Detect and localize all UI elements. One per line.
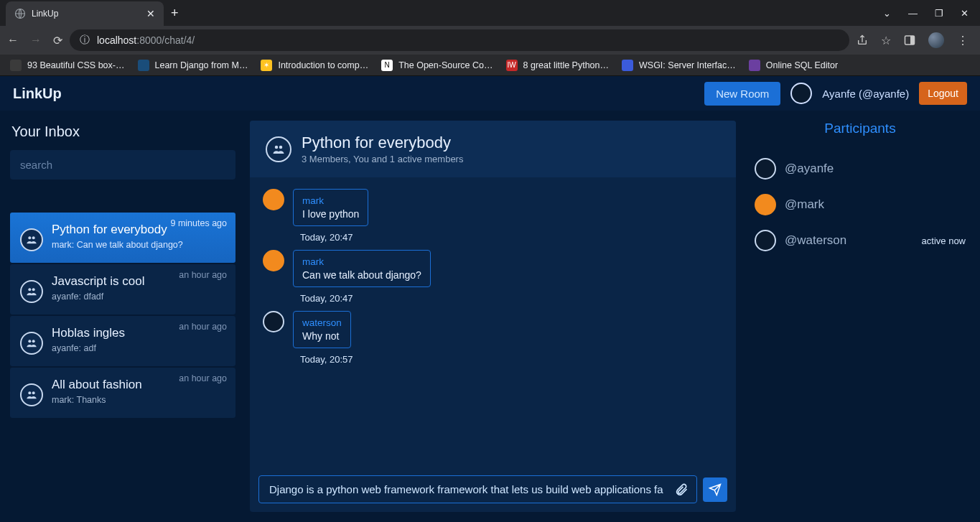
message-timestamp: Today, 20:57 xyxy=(300,354,723,365)
addrbar-actions: ☆ ⋮ xyxy=(857,32,973,48)
brand: LinkUp xyxy=(13,85,62,102)
message-text: I love python xyxy=(302,208,359,220)
participants-panel: Participants @ayanfe@mark@watersonactive… xyxy=(750,121,970,512)
message-text: Can we talk about django? xyxy=(302,269,421,281)
room-item[interactable]: All about fashionmark: Thanksan hour ago xyxy=(10,368,235,418)
forward-button[interactable]: → xyxy=(30,34,42,47)
room-item[interactable]: Hoblas inglesayanfe: adfan hour ago xyxy=(10,316,235,366)
search-input[interactable] xyxy=(10,150,235,180)
room-snippet: ayanfe: dfadf xyxy=(52,292,225,302)
message-author[interactable]: mark xyxy=(302,195,359,206)
page: LinkUp New Room Ayanfe (@ayanfe) Logout … xyxy=(0,76,980,522)
user-avatar[interactable] xyxy=(790,83,812,104)
send-button[interactable] xyxy=(703,477,727,502)
svg-point-10 xyxy=(32,391,35,394)
room-item[interactable]: Javascript is coolayanfe: dfadfan hour a… xyxy=(10,264,235,314)
message-list[interactable]: markI love pythonToday, 20:47markCan we … xyxy=(250,177,736,467)
room-time: an hour ago xyxy=(179,373,227,383)
room-item[interactable]: Python for everybodymark: Can we talk ab… xyxy=(10,213,235,263)
back-button[interactable]: ← xyxy=(7,34,19,47)
message-avatar[interactable] xyxy=(263,250,284,271)
bookmark-item[interactable]: IW8 great little Python… xyxy=(506,60,610,71)
svg-point-12 xyxy=(279,145,283,149)
room-time: an hour ago xyxy=(179,322,227,332)
participant-row[interactable]: @mark xyxy=(750,187,970,223)
tab-close-icon[interactable]: ✕ xyxy=(146,8,155,19)
nav-arrows: ← → ⟳ xyxy=(7,34,62,47)
browser-tab-strip: LinkUp ✕ + ⌄ ― ❐ ✕ xyxy=(0,0,980,26)
participant-avatar xyxy=(755,230,776,251)
profile-avatar[interactable] xyxy=(928,32,944,48)
minimize-button[interactable]: ― xyxy=(908,8,918,19)
bookmark-label: Online SQL Editor xyxy=(766,60,838,70)
room-snippet: ayanfe: adf xyxy=(52,343,225,353)
compose-input[interactable] xyxy=(258,475,697,503)
logout-button[interactable]: Logout xyxy=(919,82,967,105)
url-field[interactable]: ⓘ localhost:8000/chat/4/ xyxy=(70,29,849,51)
participant-handle: @mark xyxy=(785,197,966,212)
bookmark-label: 8 great little Python… xyxy=(523,60,610,70)
participant-handle: @waterson xyxy=(785,233,913,248)
group-icon xyxy=(20,383,43,406)
share-icon[interactable] xyxy=(857,34,868,46)
participant-handle: @ayanfe xyxy=(785,162,966,176)
window-controls: ⌄ ― ❐ ✕ xyxy=(883,8,980,19)
reload-button[interactable]: ⟳ xyxy=(53,34,62,47)
bookmark-star-icon[interactable]: ☆ xyxy=(881,34,891,47)
bookmark-favicon xyxy=(622,60,633,71)
chat-subtitle: 3 Members, You and 1 active members xyxy=(302,154,463,164)
bookmark-item[interactable]: Online SQL Editor xyxy=(749,60,838,71)
inbox-panel: Your Inbox Python for everybodymark: Can… xyxy=(10,121,235,512)
site-info-icon[interactable]: ⓘ xyxy=(80,34,90,47)
chat-header: Python for everybody 3 Members, You and … xyxy=(250,121,736,177)
chevron-down-icon[interactable]: ⌄ xyxy=(883,8,891,19)
group-icon xyxy=(266,136,291,162)
room-time: an hour ago xyxy=(179,270,227,280)
bookmark-item[interactable]: ✶Introduction to comp… xyxy=(261,60,368,71)
participants-list: @ayanfe@mark@watersonactive now xyxy=(750,151,970,258)
bookmark-favicon: IW xyxy=(506,60,518,71)
url-host: localhost xyxy=(97,34,136,46)
message-author[interactable]: waterson xyxy=(302,317,342,328)
bookmark-favicon xyxy=(10,60,22,71)
bookmark-item[interactable]: WSGI: Server Interfac… xyxy=(622,60,736,71)
attach-icon[interactable] xyxy=(674,483,689,497)
maximize-button[interactable]: ❐ xyxy=(935,8,943,19)
svg-point-6 xyxy=(32,288,35,291)
svg-point-5 xyxy=(28,288,31,291)
message-avatar[interactable] xyxy=(263,311,284,332)
bookmark-favicon xyxy=(749,60,760,71)
participant-status: active now xyxy=(922,236,966,246)
browser-tab[interactable]: LinkUp ✕ xyxy=(6,1,164,26)
bookmark-label: Introduction to comp… xyxy=(278,60,368,70)
participant-row[interactable]: @ayanfe xyxy=(750,151,970,187)
new-tab-button[interactable]: + xyxy=(164,6,186,21)
new-room-button[interactable]: New Room xyxy=(704,82,780,106)
bookmark-item[interactable]: Learn Django from M… xyxy=(138,60,248,71)
participant-avatar xyxy=(755,158,776,180)
room-time: 9 minutes ago xyxy=(170,218,227,228)
svg-point-7 xyxy=(28,340,31,342)
group-icon xyxy=(20,332,43,355)
message: markI love python xyxy=(263,189,723,226)
message-author[interactable]: mark xyxy=(302,256,421,267)
close-window-button[interactable]: ✕ xyxy=(961,8,969,19)
group-icon xyxy=(20,228,43,251)
composer xyxy=(250,467,736,512)
bookmark-item[interactable]: NThe Open-Source Co… xyxy=(381,60,493,71)
address-bar: ← → ⟳ ⓘ localhost:8000/chat/4/ ☆ ⋮ xyxy=(0,26,980,55)
svg-point-11 xyxy=(275,145,279,149)
kebab-menu-icon[interactable]: ⋮ xyxy=(957,34,969,47)
bookmark-item[interactable]: 93 Beautiful CSS box-… xyxy=(10,60,125,71)
inbox-heading: Your Inbox xyxy=(11,123,235,140)
participant-row[interactable]: @watersonactive now xyxy=(750,223,970,258)
bookmark-favicon xyxy=(138,60,149,71)
svg-rect-2 xyxy=(910,36,915,45)
chat-title: Python for everybody xyxy=(302,134,463,152)
participant-avatar xyxy=(755,194,776,215)
message-avatar[interactable] xyxy=(263,189,284,210)
participants-heading: Participants xyxy=(750,121,970,136)
side-panel-icon[interactable] xyxy=(904,34,915,46)
message: markCan we talk about django? xyxy=(263,250,723,287)
message-bubble: markI love python xyxy=(293,189,368,226)
